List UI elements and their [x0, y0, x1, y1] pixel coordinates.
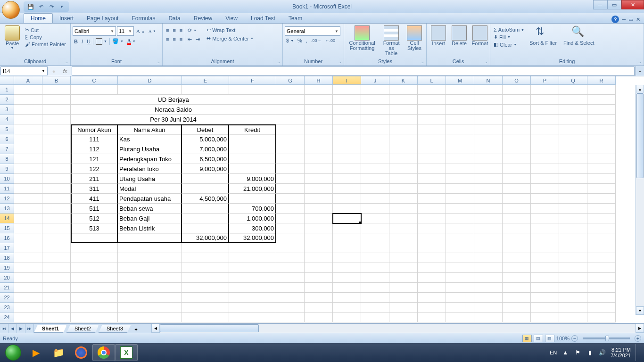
cell-A4[interactable]	[14, 115, 42, 124]
cell-E13[interactable]	[182, 204, 229, 214]
cell-M22[interactable]	[446, 293, 474, 303]
cell-C1[interactable]	[71, 85, 118, 95]
cell-G23[interactable]	[276, 303, 305, 313]
cell-Q8[interactable]	[559, 154, 587, 164]
column-header-H[interactable]: H	[305, 76, 333, 85]
cell-O9[interactable]	[503, 164, 531, 174]
cell-B12[interactable]	[42, 194, 71, 204]
fill-color-button[interactable]: 🪣▼	[111, 38, 125, 45]
cell-Q6[interactable]	[559, 134, 587, 144]
cell-O18[interactable]	[503, 253, 531, 263]
sheet-tab-2[interactable]: Sheet2	[66, 325, 99, 333]
cell-K19[interactable]	[389, 263, 418, 273]
cell-O13[interactable]	[503, 204, 531, 214]
row-header-7[interactable]: 7	[0, 144, 14, 154]
cell-A10[interactable]	[14, 174, 42, 184]
close-button[interactable]: ✕	[621, 0, 644, 9]
cell-E22[interactable]	[182, 293, 229, 303]
cell-C9[interactable]: 122	[71, 164, 118, 174]
cell-N3[interactable]	[474, 105, 503, 115]
cell-O11[interactable]	[503, 184, 531, 194]
cell-H4[interactable]	[305, 115, 333, 124]
cell-K15[interactable]	[389, 223, 418, 233]
cell-P15[interactable]	[531, 223, 559, 233]
cell-L2[interactable]	[418, 95, 446, 105]
cell-H16[interactable]	[305, 233, 333, 243]
cell-D14[interactable]: Beban Gaji	[118, 214, 182, 223]
cell-P10[interactable]	[531, 174, 559, 184]
cell-G10[interactable]	[276, 174, 305, 184]
cell-E14[interactable]	[182, 214, 229, 223]
cell-I12[interactable]	[333, 194, 361, 204]
cell-R22[interactable]	[587, 293, 616, 303]
cell-B6[interactable]	[42, 134, 71, 144]
cell-I11[interactable]	[333, 184, 361, 194]
cell-A8[interactable]	[14, 154, 42, 164]
ribbon-minimize-icon[interactable]: ─	[622, 16, 626, 22]
taskbar-excel[interactable]: X	[115, 344, 138, 361]
cell-G24[interactable]	[276, 313, 305, 322]
cell-L8[interactable]	[418, 154, 446, 164]
show-desktop-button[interactable]	[636, 344, 640, 361]
cell-N13[interactable]	[474, 204, 503, 214]
cell-G1[interactable]	[276, 85, 305, 95]
cell-G4[interactable]	[276, 115, 305, 124]
cell-B4[interactable]	[42, 115, 71, 124]
cell-J16[interactable]	[361, 233, 389, 243]
cell-E21[interactable]	[182, 283, 229, 293]
cell-H6[interactable]	[305, 134, 333, 144]
cell-N8[interactable]	[474, 154, 503, 164]
cell-R14[interactable]	[587, 214, 616, 223]
cell-H23[interactable]	[305, 303, 333, 313]
cell-H19[interactable]	[305, 263, 333, 273]
cell-P11[interactable]	[531, 184, 559, 194]
cell-H22[interactable]	[305, 293, 333, 303]
cell-C5[interactable]: Nomor Akun	[71, 124, 118, 134]
row-header-16[interactable]: 16	[0, 233, 14, 243]
cell-M4[interactable]	[446, 115, 474, 124]
cell-P20[interactable]	[531, 273, 559, 283]
cell-O23[interactable]	[503, 303, 531, 313]
cell-E8[interactable]: 6,500,000	[182, 154, 229, 164]
cell-L21[interactable]	[418, 283, 446, 293]
cell-C4[interactable]: Per 30 Juni 2014	[71, 115, 276, 124]
taskbar-media-player[interactable]: ▶	[25, 344, 47, 361]
cell-L1[interactable]	[418, 85, 446, 95]
cell-E10[interactable]	[182, 174, 229, 184]
cell-K10[interactable]	[389, 174, 418, 184]
cell-L16[interactable]	[418, 233, 446, 243]
cell-P23[interactable]	[531, 303, 559, 313]
row-header-4[interactable]: 4	[0, 115, 14, 124]
cell-G21[interactable]	[276, 283, 305, 293]
cell-O7[interactable]	[503, 144, 531, 154]
view-page-layout-button[interactable]: ▤	[534, 335, 543, 342]
orientation-button[interactable]: ⟳▼	[186, 27, 198, 34]
cell-H1[interactable]	[305, 85, 333, 95]
cell-N21[interactable]	[474, 283, 503, 293]
cell-A14[interactable]	[14, 214, 42, 223]
cell-F11[interactable]: 21,000,000	[229, 184, 276, 194]
row-header-1[interactable]: 1	[0, 85, 14, 95]
cell-F18[interactable]	[229, 253, 276, 263]
cell-B13[interactable]	[42, 204, 71, 214]
cell-P21[interactable]	[531, 283, 559, 293]
merge-center-button[interactable]: ⬌Merge & Center▼	[205, 35, 255, 42]
cell-E11[interactable]	[182, 184, 229, 194]
cell-J13[interactable]	[361, 204, 389, 214]
cell-N12[interactable]	[474, 194, 503, 204]
taskbar-clock[interactable]: 8:21 PM 7/4/2021	[611, 347, 631, 358]
cell-N19[interactable]	[474, 263, 503, 273]
sort-filter-button[interactable]: ⇅Sort & Filter	[527, 25, 560, 47]
align-middle-button[interactable]: ≡	[171, 27, 177, 33]
cell-M6[interactable]	[446, 134, 474, 144]
cell-Q22[interactable]	[559, 293, 587, 303]
row-header-5[interactable]: 5	[0, 124, 14, 134]
cell-C2[interactable]: UD Berjaya	[71, 95, 276, 105]
cell-B18[interactable]	[42, 253, 71, 263]
cell-L15[interactable]	[418, 223, 446, 233]
cell-P9[interactable]	[531, 164, 559, 174]
cell-Q20[interactable]	[559, 273, 587, 283]
column-header-P[interactable]: P	[531, 76, 559, 85]
cell-D19[interactable]	[118, 263, 182, 273]
bold-button[interactable]: B	[73, 38, 79, 45]
